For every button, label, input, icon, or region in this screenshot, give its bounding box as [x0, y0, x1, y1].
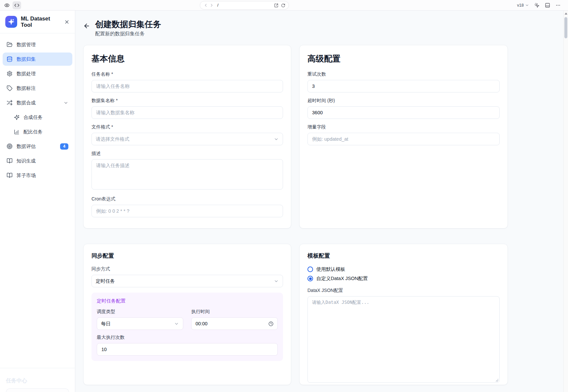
sidebar-footer: 任务中心: [0, 368, 75, 392]
retry-count-input[interactable]: [307, 80, 500, 92]
datax-json-label: DataX JSON配置: [307, 288, 500, 294]
target-icon: [7, 143, 13, 149]
task-center-card-stub: [6, 388, 69, 392]
card-title: 模板配置: [307, 252, 500, 260]
arrow-left-icon: [83, 22, 90, 29]
card-title: 基本信息: [91, 53, 283, 64]
bar-chart-icon: [14, 129, 19, 135]
schedule-type-select[interactable]: 每日: [97, 317, 183, 330]
task-center-label: 任务中心: [6, 377, 69, 384]
eye-icon: [4, 3, 10, 8]
sidebar-item-data-labeling[interactable]: 数据标注: [3, 82, 72, 95]
sync-mode-select[interactable]: 定时任务: [91, 275, 283, 287]
file-format-label: 文件格式 *: [91, 124, 283, 130]
sidebar-item-synthesis-tasks[interactable]: 合成任务: [3, 111, 72, 124]
retry-count-label: 重试次数: [307, 71, 500, 77]
template-config-card: 模板配置 使用默认模板 自定义DataX JSON配置 DataX JSON配置: [299, 244, 508, 385]
version-dropdown[interactable]: v18: [517, 3, 529, 8]
open-external-icon[interactable]: [274, 3, 278, 8]
radio-selected-icon[interactable]: [307, 276, 313, 281]
browser-toolbar: / v18: [0, 0, 568, 11]
more-menu-icon[interactable]: [555, 3, 561, 8]
custom-datax-option[interactable]: 自定义DataX JSON配置: [307, 275, 500, 282]
back-button[interactable]: [83, 22, 90, 29]
schedule-type-label: 调度类型: [97, 309, 183, 315]
sidebar-item-ratio-tasks[interactable]: 配比任务: [3, 125, 72, 138]
sparkles-icon: [8, 18, 15, 25]
clock-icon[interactable]: [268, 321, 273, 326]
exec-time-input[interactable]: 00:00: [191, 317, 278, 330]
panel-layout-icon[interactable]: [545, 3, 550, 8]
scroll-up-arrow-icon[interactable]: [565, 13, 567, 15]
tag-icon: [7, 85, 13, 91]
refresh-icon[interactable]: [281, 3, 285, 8]
app-logo: [5, 16, 17, 28]
task-name-input[interactable]: [91, 80, 283, 92]
database-icon: [7, 56, 13, 62]
default-template-option[interactable]: 使用默认模板: [307, 266, 500, 272]
sidebar: ML Dataset Tool 数据管理 数据归集 数据处理 数据标注 数据合成: [0, 11, 75, 392]
chevron-down-icon: [274, 279, 279, 284]
sidebar-item-data-evaluation[interactable]: 数据评估 4: [3, 140, 72, 153]
timeout-label: 超时时间 (秒): [307, 98, 500, 104]
radio-unselected-icon[interactable]: [307, 267, 313, 272]
sidebar-item-data-synthesis[interactable]: 数据合成: [3, 96, 72, 109]
resize-handle[interactable]: [495, 378, 499, 382]
preview-eye-button[interactable]: [3, 1, 11, 9]
sidebar-item-data-management[interactable]: 数据管理: [3, 38, 72, 51]
folder-open-icon: [7, 42, 13, 48]
close-icon: [64, 19, 70, 25]
chevron-down-icon: [274, 137, 279, 142]
scrollbar[interactable]: [563, 11, 568, 392]
code-icon: [14, 3, 19, 8]
url-path[interactable]: /: [217, 3, 274, 8]
max-runs-label: 最大执行次数: [97, 335, 278, 340]
close-sidebar-button[interactable]: [64, 19, 70, 25]
page-title: 创建数据归集任务: [95, 19, 161, 29]
sidebar-item-data-collection[interactable]: 数据归集: [3, 53, 72, 66]
incremental-field-input[interactable]: [307, 133, 500, 145]
dataset-name-label: 数据集名称 *: [91, 98, 283, 104]
url-bar[interactable]: /: [200, 1, 289, 10]
main-content: 创建数据归集任务 配置新的数据归集任务 基本信息 任务名称 * 数据集名称 * …: [75, 11, 563, 392]
sparkles-icon: [14, 115, 19, 120]
cron-input[interactable]: [91, 205, 283, 217]
count-badge: 4: [60, 143, 68, 150]
chevron-down-icon: [525, 3, 529, 7]
nav-back-icon[interactable]: [203, 3, 208, 8]
schedule-config-panel: 定时任务配置 调度类型 每日 执行时间 00:00: [91, 293, 283, 361]
schedule-panel-title: 定时任务配置: [97, 298, 278, 304]
scrollbar-thumb[interactable]: [564, 17, 567, 38]
task-name-label: 任务名称 *: [91, 71, 283, 77]
datax-json-textarea[interactable]: [307, 296, 500, 383]
book-open-icon: [7, 158, 13, 164]
file-format-select[interactable]: 请选择文件格式: [91, 133, 283, 145]
timeout-input[interactable]: [307, 106, 500, 119]
chevron-down-icon: [63, 100, 68, 105]
sidebar-item-operator-market[interactable]: 算子市场: [3, 169, 72, 182]
page-subtitle: 配置新的数据归集任务: [95, 31, 161, 37]
description-textarea[interactable]: [91, 159, 283, 190]
sidebar-item-knowledge-generation[interactable]: 知识生成: [3, 154, 72, 167]
select-pointer-icon[interactable]: [534, 3, 540, 8]
card-title: 同步配置: [91, 252, 283, 260]
advanced-config-card: 高级配置 重试次数 超时时间 (秒) 增量字段: [299, 45, 508, 229]
nav-forward-icon[interactable]: [209, 3, 214, 8]
book-open-icon: [7, 172, 13, 178]
sync-config-card: 同步配置 同步方式 定时任务 定时任务配置 调度类型 每日: [83, 244, 291, 385]
code-view-button[interactable]: [13, 1, 21, 9]
card-title: 高级配置: [307, 53, 500, 64]
app-title: ML Dataset Tool: [21, 16, 60, 28]
sidebar-item-data-processing[interactable]: 数据处理: [3, 67, 72, 80]
max-runs-input[interactable]: [97, 343, 278, 356]
incremental-field-label: 增量字段: [307, 124, 500, 130]
exec-time-label: 执行时间: [191, 309, 278, 315]
basic-info-card: 基本信息 任务名称 * 数据集名称 * 文件格式 * 请选择文件格式: [83, 45, 291, 229]
description-label: 描述: [91, 151, 283, 157]
dataset-name-input[interactable]: [91, 106, 283, 119]
shuffle-icon: [7, 100, 13, 106]
sync-mode-label: 同步方式: [91, 266, 283, 272]
gear-icon: [7, 71, 13, 77]
cron-label: Cron表达式: [91, 196, 283, 202]
chevron-down-icon: [174, 321, 179, 326]
